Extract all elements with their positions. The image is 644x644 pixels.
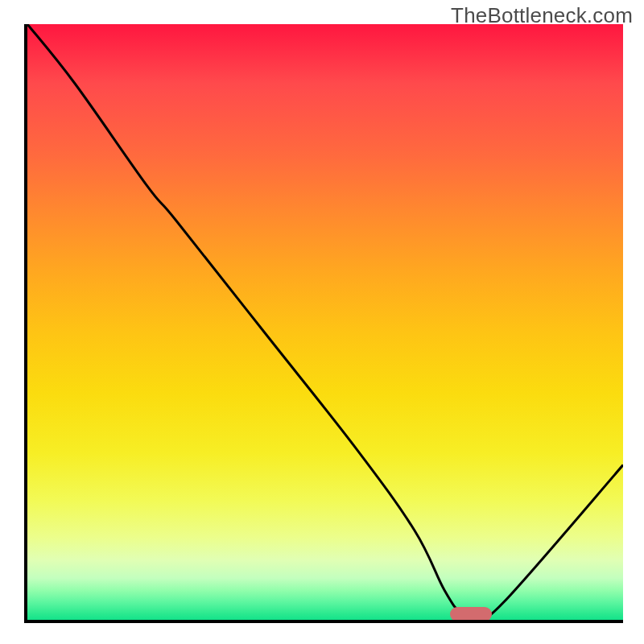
curve-path xyxy=(27,24,623,617)
optimal-marker xyxy=(450,607,492,621)
plot-area xyxy=(24,24,623,623)
bottleneck-curve xyxy=(27,24,623,620)
watermark-text: TheBottleneck.com xyxy=(451,3,633,28)
chart-container: TheBottleneck.com xyxy=(0,0,644,644)
